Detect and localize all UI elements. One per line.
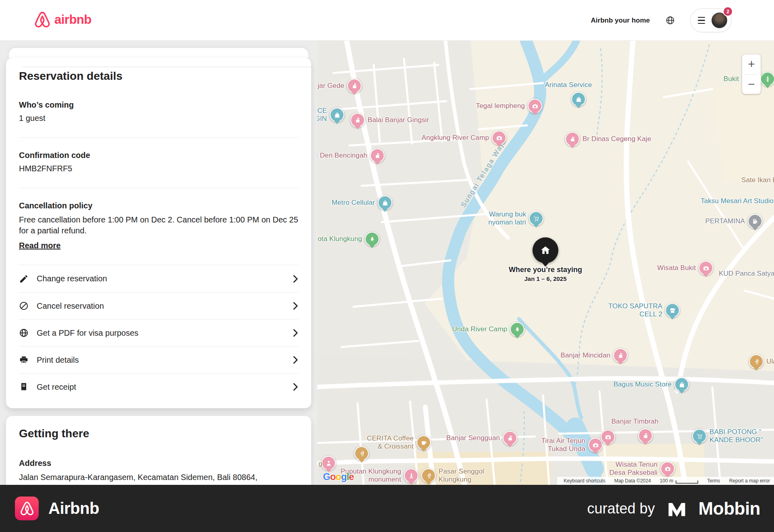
zoom-out-button[interactable]: − bbox=[742, 75, 761, 94]
action-label: Change reservation bbox=[37, 274, 293, 283]
action-label: Get receipt bbox=[37, 382, 293, 392]
map-data-text: Map Data ©2024 bbox=[614, 478, 651, 484]
keyboard-shortcuts-link[interactable]: Keyboard shortcuts bbox=[564, 478, 605, 484]
map-label-service-ngin: VICENGIN bbox=[317, 107, 327, 123]
map-marker-balai-banjar-gingsir[interactable] bbox=[350, 113, 365, 127]
getting-there-card: Getting there Address Jalan Semarapura-K… bbox=[6, 416, 311, 485]
map-label-warung-buk-nyoman-latri: Warung buknyoman latri bbox=[488, 210, 526, 227]
map-label-pasar-senggol-klungkung: Pasar SenggolKlungkung bbox=[439, 468, 484, 484]
scale-bar bbox=[676, 480, 698, 484]
divider bbox=[19, 137, 298, 138]
map-marker-toko-saputra-cell-2[interactable] bbox=[665, 303, 680, 318]
chevron-right-icon bbox=[293, 301, 298, 310]
chevron-right-icon bbox=[293, 355, 298, 364]
map-marker-wisata-tenun-desa-paksebali[interactable] bbox=[660, 461, 675, 476]
action-label: Print details bbox=[37, 355, 293, 365]
map-attribution-bar: Keyboard shortcuts Map Data ©2024 100 m … bbox=[557, 477, 774, 485]
map-marker-bagus-music-store[interactable] bbox=[674, 377, 689, 392]
reservation-details-card: Reservation details Who’s coming 1 guest… bbox=[6, 58, 311, 408]
cancellation-policy-label: Cancellation policy bbox=[19, 201, 298, 210]
address-label: Address bbox=[19, 459, 298, 468]
top-navbar: airbnb Airbnb your home 2 bbox=[0, 0, 774, 41]
language-globe-button[interactable] bbox=[662, 12, 678, 29]
pencil-icon bbox=[19, 274, 29, 284]
map-marker-waterfall-photo-spot[interactable] bbox=[601, 430, 615, 444]
globe-icon bbox=[19, 328, 29, 338]
map-marker-tirai-air-terjun-tukad-unda[interactable] bbox=[588, 438, 603, 452]
map-label-wisata-bukit: Wisata Bukit bbox=[657, 264, 696, 272]
cancellation-policy-text: Free cancellation before 1:00 PM on Dec … bbox=[19, 214, 298, 236]
map-marker-service-ngin[interactable] bbox=[330, 108, 344, 122]
previous-card-edge bbox=[9, 48, 308, 58]
where-you-are-staying-pin[interactable] bbox=[533, 237, 558, 263]
map-marker-banjar-mincidan[interactable] bbox=[613, 348, 628, 363]
map-marker-arinata-service[interactable] bbox=[571, 92, 586, 106]
map-label-balai-banjar-gingsir: Balai Banjar Gingsir bbox=[368, 116, 429, 124]
map-label-br-dinas-cegeng-kaje: Br Dinas Cegeng Kaje bbox=[583, 135, 651, 143]
terms-link[interactable]: Terms bbox=[707, 478, 720, 484]
map-canvas[interactable]: Sungai Telaga Waja njar GedeVICENGINBala… bbox=[317, 41, 774, 485]
map-marker-banjar-gede[interactable] bbox=[347, 79, 362, 93]
map-marker-pertamina[interactable] bbox=[748, 214, 762, 229]
map-label-banjar-sengguan: Banjar Sengguan bbox=[446, 434, 500, 442]
confirmation-code-value: HMB2FNFRF5 bbox=[19, 164, 298, 173]
airbnb-logo[interactable]: airbnb bbox=[33, 10, 92, 29]
map-marker-ri-den-bencingah[interactable] bbox=[370, 148, 385, 163]
map-label-unda-river-camp: Unda River Camp bbox=[452, 325, 507, 333]
map-marker-cerita-coffee-croissant[interactable] bbox=[416, 435, 431, 450]
map-label-tirai-air-terjun-tukad-unda: Tirai Air TerjunTukad Unda bbox=[541, 437, 585, 453]
map-label-babi-potong-kande-bhoor: BABI POTONG “KANDE BHOOR” bbox=[710, 428, 763, 444]
airbnb-your-home-link[interactable]: Airbnb your home bbox=[591, 17, 650, 25]
user-menu-button[interactable]: 2 bbox=[690, 8, 732, 32]
google-logo[interactable]: Google bbox=[323, 471, 354, 482]
map-label-arinata-service: Arinata Service bbox=[545, 81, 592, 89]
map-marker-pasar-senggol-klungkung[interactable] bbox=[421, 468, 436, 483]
action-label: Cancel reservation bbox=[37, 301, 293, 311]
map-marker-banjar-sengguan[interactable] bbox=[503, 431, 517, 445]
address-value: Jalan Semarapura-Karangasem, Kecamatan S… bbox=[19, 472, 285, 485]
mobbin-logo-icon bbox=[666, 498, 688, 519]
map-marker-bukit[interactable] bbox=[760, 72, 774, 86]
map-label-bagus-music-store: Bagus Music Store bbox=[614, 380, 672, 389]
map-marker-angklung-river-camp[interactable] bbox=[492, 131, 506, 145]
map-marker-metro-cellular[interactable] bbox=[378, 195, 392, 210]
receipt-icon bbox=[19, 382, 29, 392]
map-plain-label-0: Taksu Mesari Art Studio bbox=[701, 197, 774, 205]
map-marker-babi-potong-kande-bhoor[interactable] bbox=[692, 429, 707, 443]
cancel-icon bbox=[19, 301, 29, 311]
map-marker-unda-river-camp[interactable] bbox=[510, 322, 524, 337]
map-marker-br-dinas-cegeng-kaje[interactable] bbox=[565, 132, 580, 146]
map-marker-banjar-timbrah[interactable] bbox=[638, 428, 653, 443]
map-marker-puputan-klungkung-monument[interactable] bbox=[404, 468, 418, 483]
map-plain-label-3: g bbox=[318, 460, 322, 468]
map-marker-wisata-bukit[interactable] bbox=[699, 261, 713, 275]
chevron-right-icon bbox=[293, 274, 298, 283]
map-zoom-control: + − bbox=[742, 54, 761, 94]
zoom-in-button[interactable]: + bbox=[742, 54, 761, 74]
map-label-banjar-timbrah: Banjar Timbrah bbox=[612, 418, 659, 426]
change-reservation-row[interactable]: Change reservation bbox=[19, 265, 298, 292]
get-receipt-row[interactable]: Get receipt bbox=[19, 373, 298, 400]
confirmation-code-label: Confirmation code bbox=[19, 151, 298, 160]
chevron-right-icon bbox=[293, 328, 298, 337]
map-label-kota-klungkung: ota Klungkung bbox=[318, 235, 362, 243]
action-label: Get a PDF for visa purposes bbox=[37, 328, 293, 338]
map-marker-food-spot[interactable] bbox=[354, 446, 369, 461]
print-details-row[interactable]: Print details bbox=[19, 346, 298, 373]
map-marker-ulam-restaurant[interactable] bbox=[749, 354, 764, 369]
map-label-tegal-lempheng: Tegal lempheng bbox=[476, 102, 525, 110]
map-marker-warung-buk-nyoman-latri[interactable] bbox=[529, 211, 543, 226]
read-more-link[interactable]: Read more bbox=[19, 241, 60, 250]
map-marker-school-spot[interactable] bbox=[321, 456, 336, 470]
map-label-ulam-restaurant: Ula bbox=[766, 357, 774, 366]
report-map-error-link[interactable]: Report a map error bbox=[729, 478, 770, 484]
visa-pdf-row[interactable]: Get a PDF for visa purposes bbox=[19, 319, 298, 346]
card-inner-edge bbox=[22, 66, 311, 67]
globe-icon bbox=[666, 16, 675, 25]
map-plain-label-2: KUD Panca Satya bbox=[719, 270, 774, 278]
home-pin-dates: Jan 1 – 6, 2025 bbox=[524, 275, 566, 282]
cancel-reservation-row[interactable]: Cancel reservation bbox=[19, 292, 298, 319]
map-marker-kota-klungkung[interactable] bbox=[365, 232, 379, 246]
map-label-wisata-tenun-desa-paksebali: Wisata TenunDesa Paksebali bbox=[609, 461, 657, 477]
map-marker-tegal-lempheng[interactable] bbox=[528, 99, 542, 113]
